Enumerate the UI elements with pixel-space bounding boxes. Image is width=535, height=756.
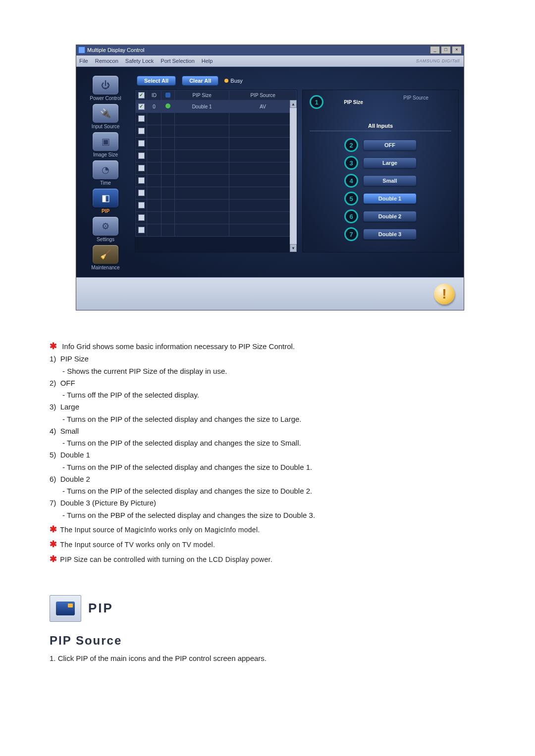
row-checkbox[interactable] [138,227,145,233]
table-row[interactable] [136,212,297,224]
item-num: 6) [50,475,56,483]
callout-5: 5 [344,192,358,205]
grid-scrollbar[interactable]: ▲ ▼ [290,100,297,252]
star-icon: ✱ [50,341,57,351]
row-checkbox[interactable] [138,128,145,134]
sidebar-item-image-size[interactable]: ▣ Image Size [81,132,130,157]
info-grid: ID PIP Size PIP Source 0 Double 1 AV [135,90,297,252]
option-double3[interactable]: Double 3 [363,229,417,240]
menu-safety-lock[interactable]: Safety Lock [125,58,154,64]
row-checkbox[interactable] [138,140,145,147]
panel-tab-pip-source[interactable]: PIP Source [380,95,451,109]
option-double1[interactable]: Double 1 [363,193,417,204]
clear-all-button[interactable]: Clear All [182,76,218,86]
table-row[interactable] [136,200,297,212]
section-pip-icon [50,595,81,622]
star-icon: ✱ [50,539,57,549]
scroll-down-icon[interactable]: ▼ [290,244,297,252]
table-row[interactable] [136,125,297,138]
table-row[interactable] [136,138,297,150]
item-title: Double 1 [60,451,90,459]
star-icon: ✱ [50,524,57,534]
panel-tab-pip-size[interactable]: PIP Size [326,100,380,105]
menu-port-selection[interactable]: Port Selection [160,58,194,64]
row-checkbox[interactable] [138,202,145,208]
option-off[interactable]: OFF [363,140,417,151]
callout-3: 3 [344,156,358,170]
clock-icon: ◔ [93,160,118,179]
item-num: 4) [50,427,56,435]
brand-label: SAMSUNG DIGITall [416,58,460,63]
sidebar-item-label: Settings [81,237,130,242]
item-desc: - Shows the current PIP Size of the disp… [62,366,490,376]
menu-file[interactable]: File [79,58,88,64]
star-icon: ✱ [50,554,57,564]
section-title: PIP [88,600,113,617]
item-desc: - Turns on the PIP of the selected displ… [62,462,490,472]
maintenance-icon: 🧹 [93,245,118,264]
sidebar-item-maintenance[interactable]: 🧹 Maintenance [81,245,130,270]
busy-label: Busy [230,78,242,84]
row-checkbox[interactable] [138,190,145,196]
cell-pip-source: AV [229,101,297,113]
item-desc: - Turns on the PIP of the selected displ… [62,486,490,496]
sidebar-item-settings[interactable]: ⚙ Settings [81,217,130,242]
subsection-line: 1. Click PIP of the main icons and the P… [50,654,490,663]
row-checkbox[interactable] [138,177,145,184]
note-text: PIP Size can be controlled with turning … [60,555,272,563]
sidebar-item-label: Time [81,180,130,186]
maximize-button[interactable]: □ [441,46,451,54]
table-row[interactable] [136,162,297,175]
subsection-title: PIP Source [50,633,490,649]
item-title: Double 2 [60,475,90,483]
cell-pip-size: Double 1 [175,101,229,113]
item-num: 3) [50,403,56,411]
option-double2[interactable]: Double 2 [363,211,417,222]
note-text: The Input source of MagicInfo works only… [60,526,260,534]
control-panel: 1 PIP Size PIP Source All Inputs 2 OFF [302,90,459,252]
table-row[interactable] [136,175,297,187]
row-checkbox[interactable] [138,165,145,171]
callout-6: 6 [344,209,358,223]
app-window: Multiple Display Control _ □ × File Remo… [76,45,464,310]
row-checkbox[interactable] [138,103,145,110]
table-row[interactable] [136,187,297,200]
callout-2: 2 [344,138,358,152]
sidebar-item-label: Image Size [81,152,130,157]
row-checkbox[interactable] [138,214,145,221]
table-row[interactable] [136,113,297,125]
sidebar-item-input-source[interactable]: 🔌 Input Source [81,104,130,129]
table-row[interactable] [136,150,297,162]
sidebar-item-power-control[interactable]: ⏻ Power Control [81,76,130,101]
titlebar: Multiple Display Control _ □ × [76,45,464,55]
footer-strip: ! [76,277,464,310]
sidebar-item-label: Input Source [81,124,130,129]
document-body: ✱ Info Grid shows some basic information… [50,340,490,663]
status-header-icon [165,93,170,98]
image-size-icon: ▣ [93,132,118,151]
sidebar-item-pip[interactable]: ◧ PIP [81,189,130,214]
minimize-button[interactable]: _ [430,46,440,54]
row-checkbox[interactable] [138,152,145,159]
close-button[interactable]: × [452,46,462,54]
option-large[interactable]: Large [363,157,417,168]
menu-remocon[interactable]: Remocon [95,58,118,64]
header-checkbox[interactable] [138,92,145,99]
pip-icon: ◧ [93,189,118,207]
option-small[interactable]: Small [363,175,417,186]
item-num: 2) [50,379,56,387]
table-row[interactable] [136,224,297,237]
sidebar-item-time[interactable]: ◔ Time [81,160,130,186]
item-desc: - Turns on the PIP of the selected displ… [62,438,490,448]
app-icon [78,47,85,53]
menu-help[interactable]: Help [202,58,213,64]
status-dot-icon [165,103,170,108]
item-desc: - Turns off the PIP of the selected disp… [62,390,490,400]
row-checkbox[interactable] [138,115,145,122]
item-title: PIP Size [60,354,89,363]
table-row[interactable]: 0 Double 1 AV [136,101,297,113]
select-all-button[interactable]: Select All [137,76,176,86]
sidebar-item-label: PIP [81,208,130,214]
item-title: Small [60,427,79,435]
item-title: OFF [60,379,75,387]
